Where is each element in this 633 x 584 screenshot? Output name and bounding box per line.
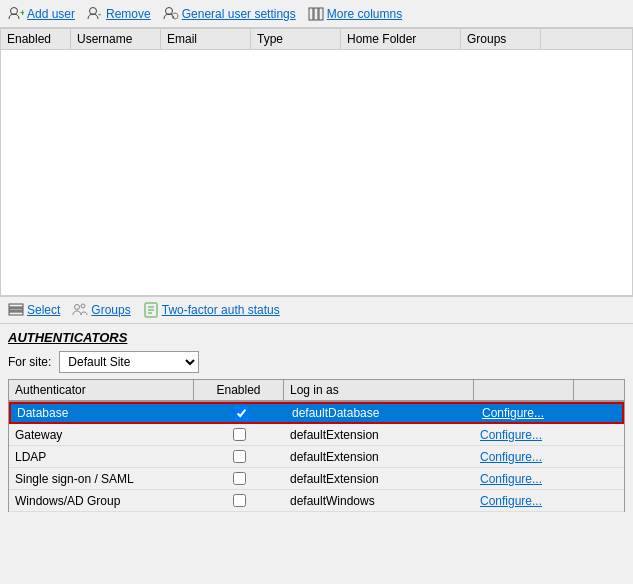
col-email: Email	[161, 29, 251, 49]
svg-text:+: +	[20, 8, 24, 18]
col-home-folder: Home Folder	[341, 29, 461, 49]
svg-rect-13	[9, 304, 23, 307]
add-user-label: Add user	[27, 7, 75, 21]
user-table-body	[1, 50, 632, 290]
user-table: Enabled Username Email Type Home Folder …	[0, 28, 633, 296]
svg-text:-: -	[98, 8, 101, 19]
configure-link-ldap[interactable]: Configure...	[480, 450, 542, 464]
svg-rect-14	[9, 308, 23, 311]
configure-link-windows[interactable]: Configure...	[480, 494, 542, 508]
auth-col-authenticator: Authenticator	[9, 380, 194, 400]
auth-configure-database[interactable]: Configure...	[476, 404, 576, 422]
auth-login-saml: defaultExtension	[284, 470, 474, 488]
add-user-icon: +	[8, 6, 24, 22]
auth-checkbox-gateway[interactable]	[233, 428, 246, 441]
bottom-toolbar: Select Groups Two-factor auth status	[0, 296, 633, 324]
auth-col-enabled: Enabled	[194, 380, 284, 400]
auth-checkbox-database[interactable]	[235, 407, 248, 420]
groups-label: Groups	[91, 303, 130, 317]
auth-table-header: Authenticator Enabled Log in as	[9, 380, 624, 401]
groups-button[interactable]: Groups	[72, 302, 130, 318]
configure-link-gateway[interactable]: Configure...	[480, 428, 542, 442]
svg-rect-15	[9, 312, 23, 315]
add-user-button[interactable]: + Add user	[8, 6, 75, 22]
site-select[interactable]: Default Site	[59, 351, 199, 373]
top-toolbar: + Add user - Remove Gener	[0, 0, 633, 28]
auth-login-ldap: defaultExtension	[284, 448, 474, 466]
auth-configure-windows[interactable]: Configure...	[474, 492, 574, 510]
auth-name-saml: Single sign-on / SAML	[9, 470, 194, 488]
svg-rect-11	[314, 8, 318, 20]
configure-link-saml[interactable]: Configure...	[480, 472, 542, 486]
auth-table-body: Database defaultDatabase Configure... Ga…	[9, 401, 624, 512]
auth-row-ldap[interactable]: LDAP defaultExtension Configure...	[9, 446, 624, 468]
auth-enabled-windows[interactable]	[194, 492, 284, 509]
col-groups: Groups	[461, 29, 541, 49]
select-icon	[8, 302, 24, 318]
auth-title: AUTHENTICATORS	[8, 330, 625, 345]
remove-button[interactable]: - Remove	[87, 6, 151, 22]
auth-col-login: Log in as	[284, 380, 474, 400]
two-factor-label: Two-factor auth status	[162, 303, 280, 317]
auth-row-saml[interactable]: Single sign-on / SAML defaultExtension C…	[9, 468, 624, 490]
auth-login-database: defaultDatabase	[286, 404, 476, 422]
svg-point-0	[11, 7, 18, 14]
auth-row-windows[interactable]: Windows/AD Group defaultWindows Configur…	[9, 490, 624, 512]
auth-login-windows: defaultWindows	[284, 492, 474, 510]
auth-configure-gateway[interactable]: Configure...	[474, 426, 574, 444]
auth-table-wrapper: Authenticator Enabled Log in as Database…	[8, 379, 625, 512]
select-label: Select	[27, 303, 60, 317]
auth-row-gateway[interactable]: Gateway defaultExtension Configure...	[9, 424, 624, 446]
auth-enabled-gateway[interactable]	[194, 426, 284, 443]
select-button[interactable]: Select	[8, 302, 60, 318]
site-row: For site: Default Site	[8, 351, 625, 373]
general-settings-label: General user settings	[182, 7, 296, 21]
auth-name-ldap: LDAP	[9, 448, 194, 466]
svg-point-17	[81, 304, 85, 308]
col-enabled: Enabled	[1, 29, 71, 49]
auth-login-gateway: defaultExtension	[284, 426, 474, 444]
auth-configure-ldap[interactable]: Configure...	[474, 448, 574, 466]
remove-label: Remove	[106, 7, 151, 21]
svg-point-4	[165, 7, 172, 14]
remove-icon: -	[87, 6, 103, 22]
col-type: Type	[251, 29, 341, 49]
more-columns-label: More columns	[327, 7, 402, 21]
auth-row-database[interactable]: Database defaultDatabase Configure...	[9, 402, 624, 424]
general-settings-button[interactable]: General user settings	[163, 6, 296, 22]
two-factor-icon	[143, 302, 159, 318]
more-columns-button[interactable]: More columns	[308, 6, 402, 22]
auth-checkbox-saml[interactable]	[233, 472, 246, 485]
configure-link-database[interactable]: Configure...	[482, 406, 544, 420]
columns-icon	[308, 6, 324, 22]
auth-col-action	[474, 380, 574, 400]
user-table-header: Enabled Username Email Type Home Folder …	[1, 29, 632, 50]
auth-enabled-database[interactable]	[196, 405, 286, 422]
auth-name-gateway: Gateway	[9, 426, 194, 444]
svg-rect-10	[309, 8, 313, 20]
settings-icon	[163, 6, 179, 22]
auth-checkbox-ldap[interactable]	[233, 450, 246, 463]
auth-enabled-ldap[interactable]	[194, 448, 284, 465]
groups-icon	[72, 302, 88, 318]
col-username: Username	[71, 29, 161, 49]
auth-checkbox-windows[interactable]	[233, 494, 246, 507]
site-label: For site:	[8, 355, 51, 369]
auth-configure-saml[interactable]: Configure...	[474, 470, 574, 488]
auth-enabled-saml[interactable]	[194, 470, 284, 487]
two-factor-button[interactable]: Two-factor auth status	[143, 302, 280, 318]
svg-point-2	[90, 7, 97, 14]
svg-point-16	[75, 305, 80, 310]
auth-name-database: Database	[11, 404, 196, 422]
svg-rect-12	[319, 8, 323, 20]
auth-name-windows: Windows/AD Group	[9, 492, 194, 510]
authenticators-section: AUTHENTICATORS For site: Default Site Au…	[0, 324, 633, 518]
